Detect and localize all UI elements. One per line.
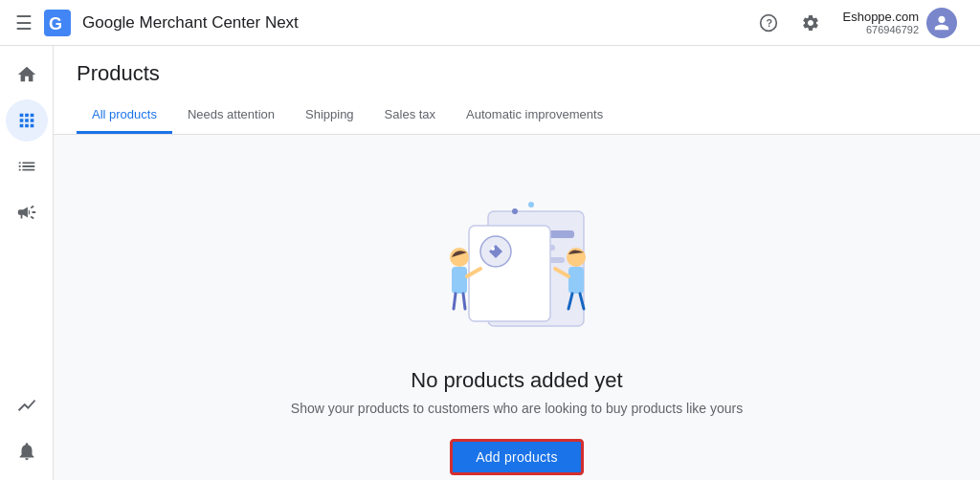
account-name: Eshoppe.com xyxy=(843,10,920,24)
avatar xyxy=(926,8,957,38)
empty-state-title: No products added yet xyxy=(411,368,622,393)
sidebar-item-analytics[interactable] xyxy=(6,384,48,426)
content-area: Products All products Needs attention Sh… xyxy=(54,46,980,480)
account-text: Eshoppe.com 676946792 xyxy=(843,10,920,35)
header: ☰ G Google Merchant Center Next ? Eshopp… xyxy=(0,0,980,46)
menu-icon[interactable]: ☰ xyxy=(15,11,33,34)
svg-line-18 xyxy=(454,294,456,309)
header-actions: ? Eshoppe.com 676946792 xyxy=(751,4,966,42)
svg-point-15 xyxy=(450,248,469,267)
sidebar xyxy=(0,46,54,480)
svg-line-19 xyxy=(463,294,465,309)
svg-rect-21 xyxy=(568,267,584,294)
sidebar-item-reports[interactable] xyxy=(6,145,48,187)
tab-automatic-improvements[interactable]: Automatic improvements xyxy=(451,98,618,134)
tabs: All products Needs attention Shipping Sa… xyxy=(77,98,957,134)
app-title: Google Merchant Center Next xyxy=(82,13,299,33)
sidebar-item-notifications[interactable] xyxy=(6,430,48,472)
svg-point-14 xyxy=(528,202,534,207)
sidebar-item-marketing[interactable] xyxy=(6,191,48,233)
sidebar-item-products[interactable] xyxy=(6,99,48,142)
svg-text:G: G xyxy=(49,14,62,33)
add-products-button[interactable]: Add products xyxy=(450,439,584,475)
tab-sales-tax[interactable]: Sales tax xyxy=(369,98,451,134)
svg-text:?: ? xyxy=(766,17,772,29)
help-button[interactable]: ? xyxy=(751,6,786,40)
account-id: 676946792 xyxy=(843,24,920,35)
main-layout: Products All products Needs attention Sh… xyxy=(0,46,980,480)
svg-point-12 xyxy=(491,247,495,251)
sidebar-item-home[interactable] xyxy=(6,54,48,96)
google-logo-icon: G xyxy=(44,10,71,36)
page-title: Products xyxy=(77,61,957,86)
svg-point-13 xyxy=(512,208,518,214)
tab-all-products[interactable]: All products xyxy=(77,98,172,134)
svg-rect-10 xyxy=(469,226,550,321)
tab-needs-attention[interactable]: Needs attention xyxy=(172,98,290,134)
empty-state-subtitle: Show your products to customers who are … xyxy=(291,401,743,416)
page-header: Products All products Needs attention Sh… xyxy=(54,46,980,135)
empty-state: ★ ★ ★ ☆ ☆ xyxy=(54,135,980,480)
empty-state-illustration: ★ ★ ★ ☆ ☆ xyxy=(402,173,632,345)
settings-button[interactable] xyxy=(793,6,828,40)
tab-shipping[interactable]: Shipping xyxy=(290,98,369,134)
account-info[interactable]: Eshoppe.com 676946792 xyxy=(835,4,966,42)
header-left: ☰ G Google Merchant Center Next xyxy=(15,10,751,36)
